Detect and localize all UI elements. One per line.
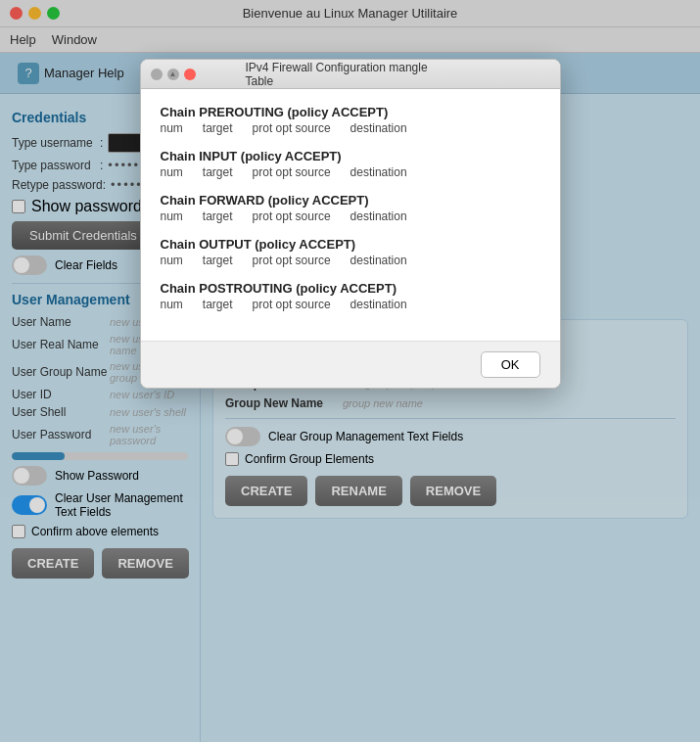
- modal-close-button[interactable]: [184, 69, 196, 80]
- modal-titlebar: ▲ IPv4 Firewall Configuration mangle Tab…: [141, 60, 560, 89]
- chain-forward: Chain FORWARD (policy ACCEPT) num target…: [161, 193, 540, 223]
- chain-prerouting-title: Chain PREROUTING (policy ACCEPT): [161, 105, 540, 119]
- modal-body: Chain PREROUTING (policy ACCEPT) num tar…: [141, 89, 560, 341]
- modal-title: IPv4 Firewall Configuration mangle Table: [246, 61, 455, 88]
- chain-postrouting: Chain POSTROUTING (policy ACCEPT) num ta…: [161, 281, 540, 311]
- chain-output-title: Chain OUTPUT (policy ACCEPT): [161, 237, 540, 252]
- chain-output: Chain OUTPUT (policy ACCEPT) num target …: [161, 237, 540, 267]
- modal-footer: OK: [141, 341, 560, 388]
- chain-forward-headers: num target prot opt source destination: [161, 209, 540, 223]
- modal-ok-button[interactable]: OK: [481, 351, 540, 378]
- modal-titlebar-buttons: ▲: [151, 69, 196, 80]
- chain-input-headers: num target prot opt source destination: [161, 165, 540, 179]
- chain-postrouting-title: Chain POSTROUTING (policy ACCEPT): [161, 281, 540, 296]
- modal-overlay: ▲ IPv4 Firewall Configuration mangle Tab…: [0, 0, 700, 742]
- modal-up-button[interactable]: ▲: [167, 69, 179, 80]
- chain-forward-title: Chain FORWARD (policy ACCEPT): [161, 193, 540, 208]
- modal-gray-button-1[interactable]: [151, 69, 163, 80]
- chain-input-title: Chain INPUT (policy ACCEPT): [161, 149, 540, 163]
- chain-prerouting-headers: num target prot opt source destination: [161, 121, 540, 135]
- chain-prerouting: Chain PREROUTING (policy ACCEPT) num tar…: [161, 105, 540, 135]
- modal-dialog: ▲ IPv4 Firewall Configuration mangle Tab…: [140, 59, 561, 389]
- chain-input: Chain INPUT (policy ACCEPT) num target p…: [161, 149, 540, 179]
- chain-output-headers: num target prot opt source destination: [161, 254, 540, 267]
- chain-postrouting-headers: num target prot opt source destination: [161, 298, 540, 311]
